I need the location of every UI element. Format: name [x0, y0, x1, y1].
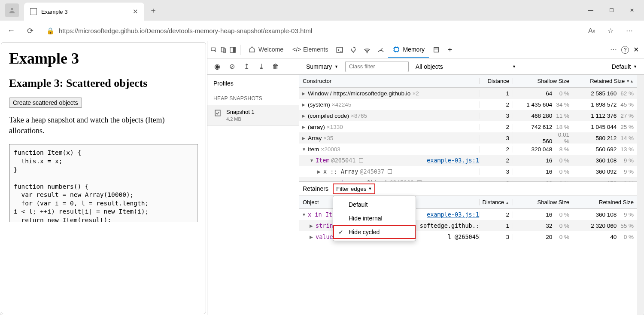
constructor-row[interactable]: (system) ×4224521 435 604 34 %1 898 572 …	[299, 99, 637, 110]
application-icon[interactable]	[432, 46, 440, 54]
expand-icon[interactable]	[302, 125, 306, 129]
expand-icon[interactable]	[302, 91, 306, 96]
minimize-button[interactable]: ―	[581, 3, 600, 17]
page-content: Example 3 Example 3: Scattered objects C…	[1, 42, 206, 314]
clear-button[interactable]: ⊘	[226, 61, 237, 72]
expand-icon[interactable]	[302, 136, 306, 141]
url-text: https://microsoftedge.github.io/Demos/de…	[59, 27, 312, 34]
profiles-title: Profiles	[207, 75, 299, 92]
code-sample[interactable]: function Item(x) { this.x = x; } functio…	[9, 144, 198, 222]
grouping-select[interactable]: Default ▼	[608, 61, 641, 72]
constructor-row[interactable]: (array) ×13302742 612 18 %1 045 044 25 %	[299, 121, 637, 132]
close-devtools-icon[interactable]: ✕	[633, 46, 639, 54]
filter-edges-menu: Default Hide internal Hide cycled	[333, 196, 416, 241]
elements-icon: </>	[293, 46, 301, 53]
constructor-row[interactable]: __proto__ :: Object @245009328 0 %172 0 …	[299, 177, 637, 181]
snapshot-name: Snapshot 1	[226, 109, 255, 116]
back-button[interactable]: ←	[3, 23, 19, 39]
page-heading: Example 3	[9, 49, 198, 67]
page-paragraph: Take a heap snapshot and watch the objec…	[9, 115, 198, 136]
home-icon	[248, 46, 256, 53]
page-subheading: Example 3: Scattered objects	[9, 77, 198, 90]
header-shallow-2[interactable]: Shallow Size	[513, 199, 573, 205]
constructor-row[interactable]: Item ×200032320 048 8 %560 692 13 %	[299, 144, 637, 155]
header-distance-2[interactable]: Distance▲	[479, 199, 513, 205]
constructor-grid-header: Constructor Distance Shallow Size Retain…	[299, 75, 637, 88]
page-favicon	[30, 8, 37, 15]
filter-edges-button[interactable]: Filter edges ▼	[333, 183, 375, 194]
constructor-row[interactable]: Item @265041example-03.js:1216 0 %360 10…	[299, 155, 637, 166]
expand-icon[interactable]	[302, 212, 306, 217]
svg-point-0	[11, 8, 13, 10]
expand-icon[interactable]	[302, 147, 306, 152]
close-window-button[interactable]: ✕	[623, 3, 641, 17]
constructor-row[interactable]: Window / https://microsoftedge.github.io…	[299, 88, 637, 99]
create-objects-button[interactable]: Create scattered objects	[9, 98, 82, 108]
profile-avatar[interactable]	[5, 3, 19, 17]
expand-icon[interactable]	[302, 102, 306, 107]
retainers-label: Retainers	[303, 185, 328, 192]
dock-icon[interactable]	[229, 46, 237, 54]
snapshot-item[interactable]: Snapshot 1 4.2 MB	[207, 105, 299, 126]
header-retained[interactable]: Retained Size▼▲	[573, 78, 637, 84]
console-icon[interactable]	[336, 46, 343, 54]
svg-rect-2	[221, 47, 224, 52]
close-tab-icon[interactable]: ✕	[133, 8, 138, 15]
expand-icon[interactable]	[317, 169, 322, 174]
more-icon[interactable]: ⋯	[623, 24, 636, 38]
svg-rect-8	[395, 47, 398, 51]
browser-tab[interactable]: Example 3 ✕	[24, 3, 144, 21]
constructor-row[interactable]: (compiled code) ×87653468 280 11 %1 112 …	[299, 110, 637, 121]
menu-hide-internal[interactable]: Hide internal	[333, 211, 416, 225]
source-link[interactable]: example-03.js:1	[427, 157, 479, 164]
tab-title: Example 3	[41, 9, 128, 15]
network-icon[interactable]	[363, 46, 371, 54]
header-shallow[interactable]: Shallow Size	[513, 78, 573, 84]
lock-icon: 🔒	[46, 27, 55, 35]
source-link[interactable]: example-03.js:1	[427, 211, 479, 218]
maximize-button[interactable]: ☐	[602, 3, 621, 17]
snapshot-icon	[213, 109, 222, 117]
constructor-row[interactable]: Array ×353560 0.01 %580 212 14 %	[299, 132, 637, 144]
more-tabs-icon[interactable]: ＋	[446, 46, 454, 54]
device-icon[interactable]	[219, 46, 227, 54]
inspect-icon[interactable]	[210, 46, 218, 54]
header-constructor[interactable]: Constructor	[299, 78, 479, 84]
svg-point-7	[367, 52, 368, 53]
record-button[interactable]: ◉	[212, 61, 223, 72]
svg-rect-6	[337, 47, 343, 52]
header-distance[interactable]: Distance	[479, 78, 513, 84]
performance-icon[interactable]	[377, 46, 385, 54]
help-icon[interactable]: ?	[621, 46, 629, 54]
tab-memory[interactable]: Memory	[388, 42, 429, 58]
memory-icon	[392, 46, 400, 53]
expand-icon[interactable]	[310, 235, 314, 239]
devtools-panel: Welcome </> Elements Memory ＋ ⋯	[207, 41, 644, 315]
expand-icon[interactable]	[302, 113, 306, 118]
address-bar[interactable]: 🔒 https://microsoftedge.github.io/Demos/…	[41, 24, 581, 38]
constructor-row[interactable]: x :: Array @245037316 0 %360 092 9 %	[299, 166, 637, 177]
class-filter-input[interactable]	[345, 61, 409, 72]
svg-rect-5	[233, 47, 235, 52]
load-button[interactable]: ↥	[241, 61, 252, 72]
devtools-more-icon[interactable]: ⋯	[610, 46, 617, 54]
header-retained-2[interactable]: Retained Size	[573, 199, 637, 205]
snapshot-size: 4.2 MB	[226, 116, 255, 122]
new-tab-button[interactable]: ＋	[149, 5, 157, 15]
expand-icon[interactable]	[310, 158, 314, 163]
tab-elements[interactable]: </> Elements	[289, 42, 332, 58]
view-select[interactable]: Summary ▼	[303, 61, 342, 72]
sources-icon[interactable]	[349, 46, 357, 54]
objects-filter-select[interactable]: All objects ▼	[412, 61, 519, 72]
svg-rect-11	[215, 110, 220, 116]
expand-icon[interactable]	[310, 223, 314, 228]
menu-default[interactable]: Default	[333, 198, 416, 211]
favorite-icon[interactable]: ☆	[604, 24, 617, 38]
tab-welcome[interactable]: Welcome	[244, 42, 288, 58]
gc-button[interactable]: 🗑	[270, 61, 281, 72]
read-aloud-icon[interactable]: A))	[585, 24, 598, 38]
profiles-sidebar: ◉ ⊘ ↥ ⤓ 🗑 Profiles HEAP SNAPSHOTS Snapsh…	[207, 58, 299, 315]
save-button[interactable]: ⤓	[255, 61, 267, 72]
refresh-button[interactable]: ⟳	[22, 23, 38, 39]
menu-hide-cycled[interactable]: Hide cycled	[333, 225, 416, 239]
